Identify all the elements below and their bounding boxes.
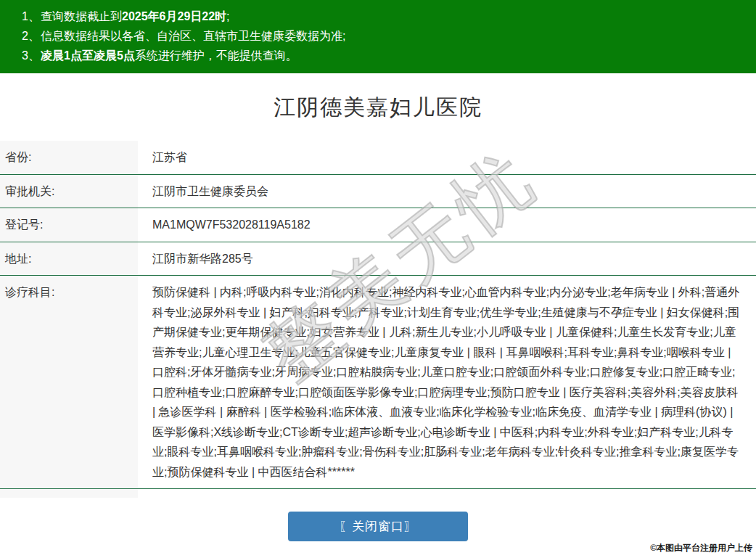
notice-text: 信息数据结果以各省、自治区、直辖市卫生健康委数据为准;	[41, 30, 345, 42]
field-label-approval-authority: 审批机关:	[0, 174, 138, 208]
close-window-button[interactable]: 〖关闭窗口〗	[288, 512, 468, 541]
label-column-tail	[0, 489, 138, 498]
notice-text: ;	[226, 10, 229, 22]
field-value-address: 江阴市新华路285号	[138, 242, 756, 276]
image-credit-watermark: ©本图由平台注册用户上传	[650, 542, 752, 554]
button-row: 〖关闭窗口〗	[0, 512, 756, 541]
notice-number: 1、	[22, 7, 41, 26]
notice-text: 查询数据截止到	[41, 10, 122, 22]
table-row-registration-number: 登记号: MA1MQW7F532028119A5182	[0, 208, 756, 242]
notice-banner: 1、查询数据截止到2025年6月29日22时; 2、信息数据结果以各省、自治区、…	[0, 0, 756, 73]
field-value-departments: 预防保健科 | 内科;呼吸内科专业;消化内科专业;神经内科专业;心血管内科专业;…	[138, 276, 756, 489]
hospital-name-title: 江阴德美嘉妇儿医院	[0, 93, 756, 123]
notice-text-bold: 2025年6月29日22时	[122, 10, 226, 22]
table-row-approval-authority: 审批机关: 江阴市卫生健康委员会	[0, 174, 756, 208]
notice-number: 3、	[22, 46, 41, 65]
notice-number: 2、	[22, 26, 41, 46]
table-row-address: 地址: 江阴市新华路285号	[0, 242, 756, 276]
hospital-info-table: 省份: 江苏省 审批机关: 江阴市卫生健康委员会 登记号: MA1MQW7F53…	[0, 141, 756, 489]
field-label-departments: 诊疗科目:	[0, 276, 138, 489]
notice-item-3: 3、凌晨1点至凌晨5点系统进行维护，不能提供查询。	[22, 46, 749, 65]
field-value-province: 江苏省	[138, 141, 756, 174]
table-row-departments: 诊疗科目: 预防保健科 | 内科;呼吸内科专业;消化内科专业;神经内科专业;心血…	[0, 276, 756, 489]
field-value-approval-authority: 江阴市卫生健康委员会	[138, 174, 756, 208]
field-label-address: 地址:	[0, 242, 138, 276]
field-value-registration-number: MA1MQW7F532028119A5182	[138, 208, 756, 242]
notice-text: 系统进行维护，不能提供查询。	[135, 49, 297, 62]
field-label-registration-number: 登记号:	[0, 208, 138, 242]
table-row-province: 省份: 江苏省	[0, 141, 756, 174]
notice-list: 1、查询数据截止到2025年6月29日22时; 2、信息数据结果以各省、自治区、…	[0, 7, 756, 65]
notice-text-bold: 凌晨1点至凌晨5点	[41, 49, 135, 62]
field-label-province: 省份:	[0, 141, 138, 174]
notice-item-2: 2、信息数据结果以各省、自治区、直辖市卫生健康委数据为准;	[22, 26, 749, 46]
notice-item-1: 1、查询数据截止到2025年6月29日22时;	[22, 7, 749, 26]
